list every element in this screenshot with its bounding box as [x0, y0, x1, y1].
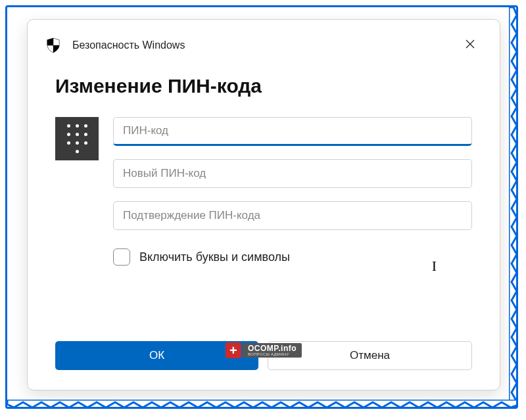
- annotation-frame: Безопасность Windows Изменение ПИН-кода: [5, 5, 518, 409]
- torn-edge-right: [509, 7, 518, 407]
- checkbox-label: Включить буквы и символы: [139, 250, 290, 264]
- app-title: Безопасность Windows: [72, 39, 185, 51]
- dialog-heading: Изменение ПИН-кода: [55, 75, 472, 97]
- confirm-pin-input[interactable]: [113, 201, 472, 230]
- checkbox-row: Включить буквы и символы: [113, 248, 472, 266]
- torn-edge-bottom: [7, 400, 516, 409]
- titlebar-left: Безопасность Windows: [46, 37, 185, 53]
- titlebar: Безопасность Windows: [28, 20, 500, 62]
- cancel-button[interactable]: Отмена: [268, 341, 472, 370]
- shield-icon: [46, 37, 60, 53]
- button-row: ОК Отмена: [28, 341, 500, 390]
- new-pin-input[interactable]: [113, 159, 472, 188]
- change-pin-dialog: Безопасность Windows Изменение ПИН-кода: [27, 19, 500, 390]
- ok-button[interactable]: ОК: [55, 341, 258, 370]
- close-button[interactable]: [459, 34, 481, 57]
- form-row: Включить буквы и символы: [55, 117, 472, 289]
- keypad-icon: [55, 117, 99, 160]
- dialog-content: Изменение ПИН-кода Вк: [28, 62, 500, 289]
- include-letters-checkbox[interactable]: [113, 248, 130, 266]
- close-icon: [465, 39, 475, 52]
- current-pin-input[interactable]: [113, 117, 472, 146]
- fields: Включить буквы и символы: [113, 117, 472, 289]
